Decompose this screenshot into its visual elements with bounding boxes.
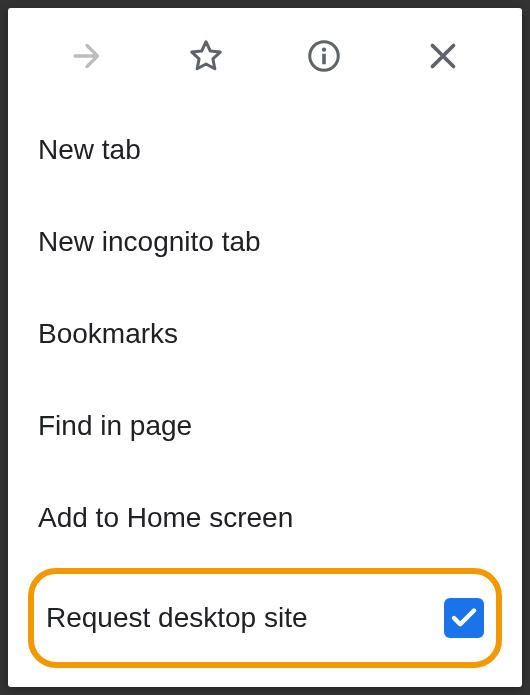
request-desktop-checkbox[interactable] [444,598,484,638]
svg-point-1 [322,48,326,52]
menu-item-find-in-page[interactable]: Find in page [8,380,522,472]
info-icon [306,38,342,74]
star-icon [188,38,224,74]
bookmark-star-button[interactable] [186,36,226,76]
arrow-forward-icon [69,38,105,74]
menu-item-new-tab[interactable]: New tab [8,104,522,196]
menu-list: New tab New incognito tab Bookmarks Find… [8,104,522,688]
menu-item-label: New incognito tab [38,226,261,258]
menu-item-label: Bookmarks [38,318,178,350]
forward-button[interactable] [67,36,107,76]
menu-item-new-incognito-tab[interactable]: New incognito tab [8,196,522,288]
menu-item-bookmarks[interactable]: Bookmarks [8,288,522,380]
menu-item-label: Find in page [38,410,192,442]
info-button[interactable] [304,36,344,76]
menu-icon-row [8,8,522,104]
browser-menu-panel: New tab New incognito tab Bookmarks Find… [8,8,522,687]
menu-item-label: Request desktop site [46,602,308,634]
menu-item-label: Add to Home screen [38,502,293,534]
menu-item-add-to-home-screen[interactable]: Add to Home screen [8,472,522,564]
menu-item-request-desktop-site[interactable]: Request desktop site [46,598,484,638]
svg-rect-2 [322,54,326,65]
highlight-annotation: Request desktop site [28,568,502,668]
checkmark-icon [449,603,479,633]
close-icon [425,38,461,74]
close-menu-button[interactable] [423,36,463,76]
menu-item-label: New tab [38,134,141,166]
